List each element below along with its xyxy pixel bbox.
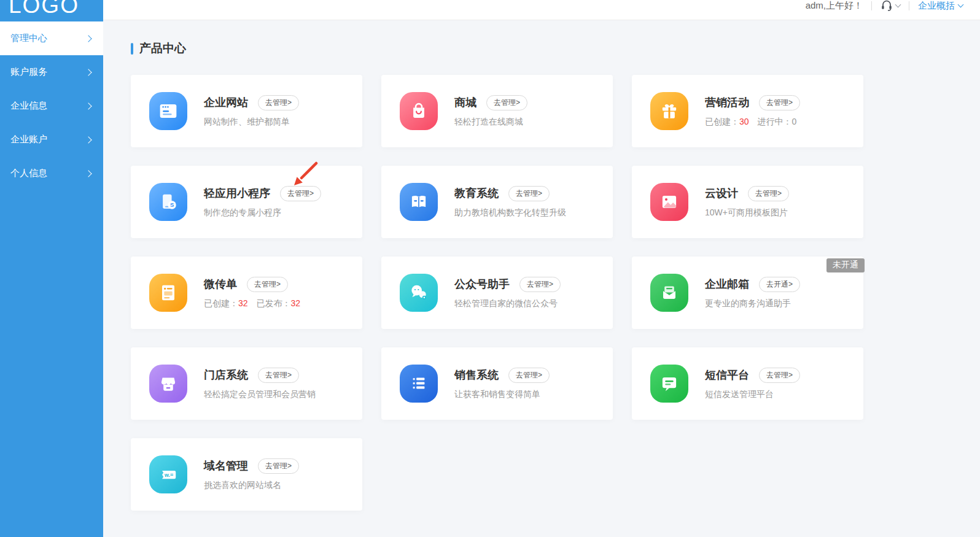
product-stats: 已创建：30进行中：0 [705, 117, 800, 128]
logo: LOGO [0, 0, 103, 21]
wechat-gear-icon [400, 274, 438, 312]
user-greeting: adm,上午好！ [806, 0, 863, 12]
logo-text: LOGO [9, 0, 79, 18]
sidebar-item-label: 管理中心 [10, 33, 47, 44]
sidebar-item-enterprise-account[interactable]: 企业账户 [0, 123, 103, 156]
headset-icon [881, 0, 893, 11]
chevron-right-icon [85, 136, 91, 143]
flyer-icon [149, 274, 187, 312]
product-card-enterprise-mailbox: 未开通 企业邮箱 去开通> 更专业的商务沟通助手 [632, 257, 863, 329]
product-desc: 轻松搞定会员管理和会员营销 [204, 389, 316, 400]
enterprise-overview-label: 企业概括 [918, 0, 955, 12]
sidebar-item-label: 个人信息 [10, 168, 47, 179]
stat-label: 已创建： [204, 298, 238, 308]
product-title: 商城 [454, 95, 476, 110]
product-card-sms-platform: 短信平台 去管理> 短信发送管理平台 [632, 347, 863, 420]
main-content: 产品中心 企业网站 去管理> 网站制作、维护都简单 [103, 20, 980, 537]
manage-button[interactable]: 去管理> [519, 277, 561, 292]
sidebar-item-enterprise-info[interactable]: 企业信息 [0, 89, 103, 123]
manage-button[interactable]: 去管理> [247, 277, 288, 292]
not-activated-badge: 未开通 [826, 258, 865, 272]
manage-button[interactable]: 去管理> [258, 458, 299, 474]
red-arrow-annotation [288, 160, 319, 191]
product-desc: 助力教培机构数字化转型升级 [454, 207, 566, 218]
product-card-domain-management: w.= 域名管理 去管理> 挑选喜欢的网站域名 [131, 438, 362, 511]
storefront-icon [149, 365, 187, 403]
stat-label: 进行中： [758, 117, 792, 126]
stat-label: 已创建： [705, 117, 739, 126]
product-desc: 制作您的专属小程序 [204, 207, 321, 218]
divider [909, 1, 909, 10]
product-card-mall: 商城 去管理> 轻松打造在线商城 [381, 75, 613, 147]
enterprise-overview-link[interactable]: 企业概括 [918, 0, 963, 12]
chevron-down-icon [958, 1, 964, 7]
product-title: 公众号助手 [454, 277, 510, 292]
open-book-icon [400, 183, 438, 221]
shopping-bag-icon [400, 92, 438, 130]
product-card-official-account-assistant: 公众号助手 去管理> 轻松管理自家的微信公众号 [381, 257, 613, 329]
chat-bubble-icon [650, 365, 688, 403]
stat-value: 0 [792, 117, 797, 126]
product-stats: 已创建：32已发布：32 [204, 298, 300, 309]
product-title: 微传单 [204, 277, 237, 292]
image-icon [650, 183, 688, 221]
divider [871, 1, 872, 10]
manage-button[interactable]: 去管理> [508, 368, 550, 383]
product-title: 云设计 [705, 186, 738, 201]
sidebar-item-label: 企业信息 [10, 100, 47, 112]
gift-icon [650, 92, 688, 130]
manage-button[interactable]: 去管理> [759, 95, 800, 110]
product-desc: 轻松打造在线商城 [454, 117, 527, 128]
manage-button[interactable]: 去管理> [508, 186, 550, 201]
product-card-micro-flyer: 微传单 去管理> 已创建：32已发布：32 [131, 257, 362, 329]
activate-button[interactable]: 去开通> [759, 277, 800, 292]
product-card-store-system: 门店系统 去管理> 轻松搞定会员管理和会员营销 [131, 347, 362, 420]
stat-value: 32 [291, 298, 301, 308]
sidebar-item-personal-info[interactable]: 个人信息 [0, 156, 103, 190]
title-accent-bar [131, 43, 133, 55]
product-desc: 轻松管理自家的微信公众号 [454, 298, 561, 309]
sidebar-item-account-services[interactable]: 账户服务 [0, 55, 103, 89]
chevron-down-icon [895, 1, 901, 7]
section-title: 产品中心 [131, 41, 980, 56]
product-title: 域名管理 [204, 458, 248, 473]
product-desc: 短信发送管理平台 [705, 389, 800, 400]
product-title: 短信平台 [705, 368, 749, 382]
product-card-sales-system: 销售系统 去管理> 让获客和销售变得简单 [381, 347, 613, 420]
sidebar-item-label: 企业账户 [10, 134, 47, 145]
product-card-cloud-design: 云设计 去管理> 10W+可商用模板图片 [632, 166, 863, 238]
product-desc: 挑选喜欢的网站域名 [204, 480, 299, 491]
product-title: 轻应用小程序 [204, 186, 270, 201]
product-title: 门店系统 [204, 368, 248, 382]
product-title: 企业网站 [204, 95, 248, 110]
svg-text:S: S [170, 201, 174, 208]
sidebar: LOGO 管理中心 账户服务 企业信息 企业账户 个人信息 [0, 0, 103, 537]
product-card-marketing-campaign: 营销活动 去管理> 已创建：30进行中：0 [632, 75, 863, 147]
manage-button[interactable]: 去管理> [258, 95, 299, 110]
manage-button[interactable]: 去管理> [258, 368, 299, 383]
top-bar: adm,上午好！ 企业概括 [103, 0, 980, 20]
manage-button[interactable]: 去管理> [759, 368, 800, 383]
browser-icon [149, 92, 187, 130]
product-title: 销售系统 [454, 368, 499, 382]
product-card-enterprise-website: 企业网站 去管理> 网站制作、维护都简单 [131, 75, 362, 147]
sidebar-item-management-center[interactable]: 管理中心 [0, 21, 103, 55]
product-card-education-system: 教育系统 去管理> 助力教培机构数字化转型升级 [381, 166, 613, 238]
page-title: 产品中心 [139, 41, 186, 56]
chevron-right-icon [85, 69, 91, 75]
product-title: 企业邮箱 [705, 277, 749, 292]
domain-tag-icon: w.= [149, 455, 187, 493]
manage-button[interactable]: 去管理> [748, 186, 789, 201]
chevron-right-icon [85, 170, 91, 177]
stat-value: 30 [739, 117, 749, 126]
customer-service-menu[interactable] [881, 0, 900, 11]
sidebar-item-label: 账户服务 [10, 66, 47, 78]
product-grid: 企业网站 去管理> 网站制作、维护都简单 商城 去管理> 轻松打造在线商城 [131, 75, 980, 511]
product-desc: 更专业的商务沟通助手 [705, 298, 800, 309]
manage-button[interactable]: 去管理> [486, 95, 527, 110]
chevron-right-icon [85, 102, 91, 109]
list-icon [400, 365, 438, 403]
svg-text:w.=: w.= [164, 472, 173, 478]
envelope-icon [650, 274, 688, 312]
product-desc: 网站制作、维护都简单 [204, 117, 299, 128]
